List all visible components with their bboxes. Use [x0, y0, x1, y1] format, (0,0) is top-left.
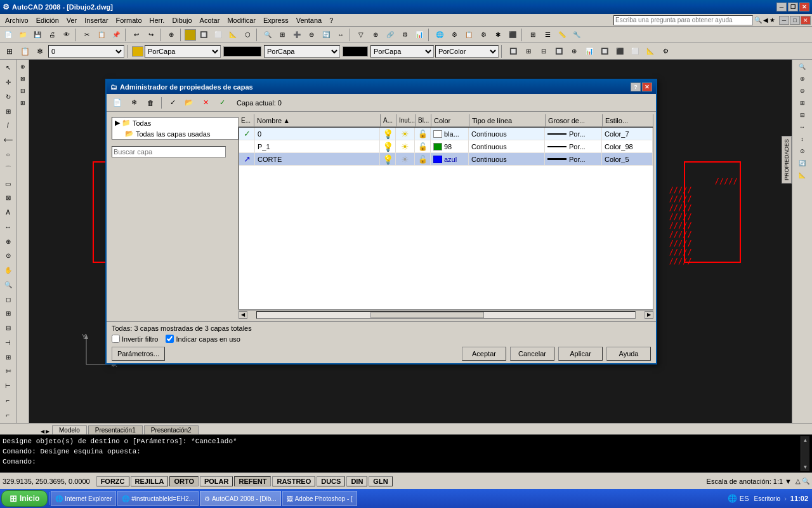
menu-ventana[interactable]: Ventana — [292, 15, 325, 25]
menu-insertar[interactable]: Insertar — [81, 15, 112, 25]
scroll-track-h[interactable] — [256, 311, 636, 319]
snap-btn-3[interactable]: ⊟ — [18, 85, 28, 97]
viewport-btn-2[interactable]: ⊞ — [521, 44, 535, 58]
tb-btn-19[interactable]: ⚙ — [476, 28, 490, 42]
text-tool[interactable]: A — [1, 206, 15, 220]
tab-modelo[interactable]: Modelo — [52, 425, 87, 434]
tree-used[interactable]: 📂 Todas las capas usadas — [112, 128, 238, 139]
hatch-tool[interactable]: ⊠ — [1, 191, 15, 205]
circle-tool[interactable]: ○ — [1, 148, 15, 162]
tree-all[interactable]: ▶ 📁 Todas — [112, 117, 238, 128]
layer-states-btn[interactable]: 📂 — [182, 96, 196, 110]
color-btn[interactable] — [132, 46, 143, 57]
viewport-btn-8[interactable]: ⬛ — [613, 44, 627, 58]
rastreo-btn[interactable]: RASTREO — [272, 476, 315, 486]
array-tool[interactable]: ⊞ — [1, 350, 15, 364]
tb-btn-14[interactable]: ⚙ — [398, 28, 412, 42]
fillet-tool[interactable]: ⌐ — [1, 394, 15, 408]
new-frozen-btn[interactable]: ❄ — [127, 96, 141, 110]
rejilla-btn[interactable]: REJILLA — [131, 476, 169, 486]
tb-btn-4[interactable]: 📐 — [226, 28, 240, 42]
start-button[interactable]: ⊞ Inicio — [1, 490, 48, 507]
col-color[interactable]: Color — [431, 114, 469, 126]
mirror-tool[interactable]: ⊟ — [1, 321, 15, 335]
layer-state-btn[interactable]: 📋 — [18, 44, 32, 58]
tb-btn-18[interactable]: 📋 — [462, 28, 476, 42]
right-btn-2[interactable]: ⊕ — [797, 73, 808, 84]
delete-layer-btn[interactable]: 🗑 — [143, 96, 157, 110]
new-button[interactable]: 📄 — [1, 28, 15, 42]
arc-tool[interactable]: ⌒ — [1, 162, 15, 176]
layer-row-p1[interactable]: P_1 💡 ☀ 🔓 — [239, 140, 653, 153]
menu-formato[interactable]: Formato — [112, 15, 146, 25]
buscar-capa-input[interactable] — [112, 146, 226, 157]
zoom-tool-left[interactable]: 🔍 — [1, 277, 15, 291]
new-layer-btn[interactable]: 📄 — [110, 96, 124, 110]
col-estilo[interactable]: Estilo... — [603, 114, 653, 126]
col-activar[interactable]: A... — [381, 114, 396, 126]
menu-restore[interactable]: □ — [790, 16, 800, 25]
menu-edicion[interactable]: Edición — [32, 15, 63, 25]
gln-btn[interactable]: GLN — [369, 476, 392, 486]
scale-tool[interactable]: ⊞ — [1, 104, 15, 118]
din-btn[interactable]: DIN — [346, 476, 367, 486]
copy-button[interactable]: 📋 — [95, 28, 108, 42]
refent-btn[interactable]: REFENT — [234, 476, 271, 486]
plot-button[interactable]: 🖨 — [45, 28, 59, 42]
indicar-capas-checkbox[interactable]: Indicar capas en uso — [166, 335, 240, 343]
pline-tool[interactable]: ⟵ — [1, 133, 15, 147]
viewport-btn-4[interactable]: 🔲 — [552, 44, 566, 58]
undo-button[interactable]: ↩ — [129, 28, 143, 42]
viewport-btn-5[interactable]: ⊕ — [567, 44, 581, 58]
taskbar-photoshop-btn[interactable]: 🖼 Adobe Photoshop - [ — [282, 491, 357, 506]
tab-nav-right[interactable]: ▶ — [46, 429, 49, 434]
snap-btn-2[interactable]: ⊠ — [18, 73, 28, 84]
tab-presentacion1[interactable]: Presentación1 — [88, 425, 143, 434]
tb-btn-17[interactable]: ⚙ — [447, 28, 461, 42]
dialog-close-btn[interactable]: ✕ — [642, 83, 652, 91]
restore-button[interactable]: ❐ — [788, 3, 798, 11]
tb-btn-20[interactable]: ✱ — [491, 28, 505, 42]
tb-btn-25[interactable]: 🔧 — [570, 28, 584, 42]
dialog-help-btn[interactable]: ? — [631, 83, 641, 91]
cmd-scroll-up[interactable]: ▲ — [801, 436, 809, 443]
menu-herr[interactable]: Herr. — [146, 15, 169, 25]
ducs-btn[interactable]: DUCS — [317, 476, 345, 486]
tb-btn-8[interactable]: ⊖ — [304, 28, 318, 42]
tb-btn-24[interactable]: 📏 — [555, 28, 569, 42]
set-current-btn[interactable]: ✓ — [166, 96, 180, 110]
snap-btn-1[interactable]: ⊕ — [18, 61, 28, 72]
snap-tool[interactable]: ⊕ — [1, 234, 15, 248]
col-tipo-linea[interactable]: Tipo de línea — [469, 114, 546, 126]
parametros-button[interactable]: Parámetros... — [112, 347, 165, 361]
linetype-select[interactable]: PorCapa — [264, 45, 340, 58]
aplicar-button[interactable]: Aplicar — [558, 347, 603, 361]
tb-btn-23[interactable]: ☰ — [540, 28, 554, 42]
layer-tree[interactable]: ▶ 📁 Todas 📂 Todas las capas usadas — [112, 117, 239, 140]
menu-ver[interactable]: Ver — [63, 15, 81, 25]
delete-btn-2[interactable]: ✕ — [199, 96, 213, 110]
cad-canvas[interactable]: ////////////////////////////////////////… — [29, 60, 792, 423]
invertir-filtro-input[interactable] — [112, 335, 120, 343]
redo-button[interactable]: ↪ — [144, 28, 158, 42]
scroll-thumb-h[interactable] — [370, 312, 484, 318]
extend-tool[interactable]: ⊢ — [1, 379, 15, 393]
tb-btn-6[interactable]: ⊞ — [275, 28, 289, 42]
dim-tool[interactable]: ↔ — [1, 220, 15, 234]
plotstyle-select[interactable]: PorColor — [435, 45, 499, 58]
right-btn-7[interactable]: ↕ — [797, 133, 808, 145]
matchprop-button[interactable]: ⊕ — [164, 28, 178, 42]
tb-btn-13[interactable]: 🔗 — [383, 28, 397, 42]
right-btn-3[interactable]: ⊖ — [797, 85, 808, 97]
snap-btn-4[interactable]: ⊞ — [18, 97, 28, 109]
taskbar-instructable-btn[interactable]: 🌐 #instructableId=EH2... — [117, 491, 199, 506]
scroll-left-btn[interactable]: ◀ — [239, 311, 247, 319]
tb-btn-5[interactable]: ⬡ — [240, 28, 254, 42]
tb-btn-15[interactable]: 📊 — [412, 28, 426, 42]
tb-btn-22[interactable]: ⊞ — [526, 28, 540, 42]
right-btn-8[interactable]: ⊙ — [797, 145, 808, 157]
viewport-btn-9[interactable]: ⬜ — [628, 44, 642, 58]
menu-modificar[interactable]: Modificar — [223, 15, 259, 25]
chamfer-tool[interactable]: ⌐ — [1, 408, 15, 422]
menu-dibujo[interactable]: Dibujo — [168, 15, 195, 25]
